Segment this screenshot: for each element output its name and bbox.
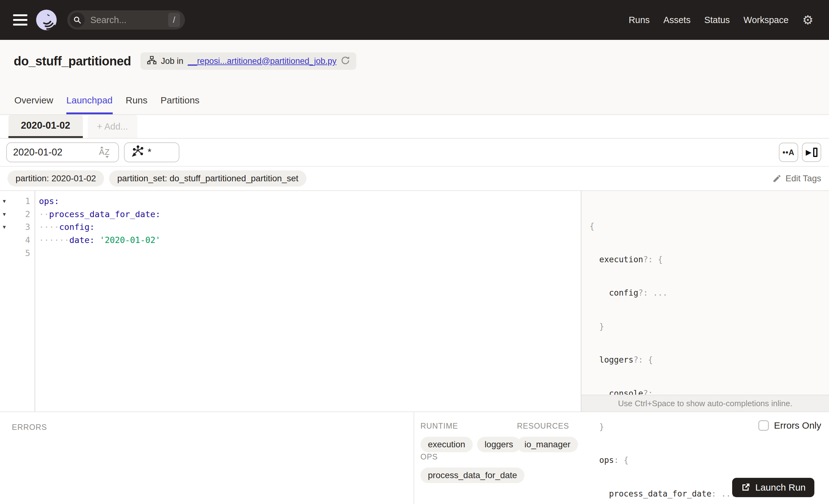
op-select-value: *	[148, 147, 151, 158]
tab-overview[interactable]: Overview	[14, 95, 53, 114]
svg-text:Z: Z	[105, 147, 110, 157]
launch-run-button[interactable]: Launch Run	[732, 478, 814, 497]
editor-view-buttons: ••A ▶	[779, 143, 821, 162]
edit-tags-label: Edit Tags	[785, 174, 821, 183]
add-config-tab-button[interactable]: + Add...	[88, 115, 137, 138]
settings-gear-icon[interactable]: ⚙	[802, 14, 814, 26]
nav-workspace[interactable]: Workspace	[744, 15, 789, 25]
dagster-launchpad-page: Search... / Runs Assets Status Workspace…	[0, 0, 829, 504]
chip-execution[interactable]: execution	[421, 437, 473, 452]
nav-status[interactable]: Status	[704, 15, 730, 25]
split-view-icon: ▶	[806, 148, 811, 157]
chip-io-manager[interactable]: io_manager	[517, 437, 578, 452]
resources-group: RESOURCES io_manager	[517, 422, 578, 452]
edit-tags-button[interactable]: Edit Tags	[772, 174, 821, 183]
errors-only-label: Errors Only	[774, 420, 821, 431]
search-icon	[70, 12, 85, 27]
errors-panel: ERRORS	[0, 412, 414, 504]
line-number: 4	[10, 235, 35, 245]
line-number: 5	[10, 248, 35, 258]
top-nav-links: Runs Assets Status Workspace ⚙	[629, 14, 829, 26]
tags-row: partition: 2020-01-02 partition_set: do_…	[0, 167, 829, 191]
config-schema-panel: { execution?: { config?: ... } loggers?:…	[581, 191, 829, 411]
job-repo-link[interactable]: __reposi...artitioned@partitioned_job.py	[188, 57, 337, 66]
job-graph-icon	[147, 56, 157, 67]
nav-runs[interactable]: Runs	[629, 15, 650, 25]
fold-arrow-icon[interactable]: ▾	[0, 211, 10, 218]
partition-select[interactable]: 2020-01-02 A Z	[6, 142, 119, 162]
job-tabs: Overview Launchpad Runs Partitions	[14, 95, 200, 114]
job-location-badge: Job in __reposi...artitioned@partitioned…	[140, 52, 357, 70]
partition-select-value: 2020-01-02	[13, 147, 63, 158]
fold-arrow-icon[interactable]: ▾	[0, 197, 10, 205]
line-number: 1	[10, 196, 35, 206]
top-navigation-bar: Search... / Runs Assets Status Workspace…	[0, 0, 829, 40]
config-editor[interactable]: ▾1 ▾2 ▾3 4 5 ops: ··process_data_for_dat…	[0, 191, 581, 411]
nav-assets[interactable]: Assets	[663, 15, 690, 25]
dagster-logo-icon[interactable]	[36, 10, 57, 30]
launch-run-label: Launch Run	[755, 482, 806, 493]
op-graph-icon	[131, 145, 144, 159]
config-summary-panel: RUNTIME execution loggers RESOURCES io_m…	[414, 412, 829, 504]
toggle-split-view-button[interactable]: ▶	[802, 143, 821, 162]
svg-text:A: A	[99, 147, 105, 157]
code-line	[39, 246, 581, 259]
code-line: ··process_data_for_date:	[39, 208, 581, 221]
search-input[interactable]: Search... /	[67, 10, 185, 30]
runtime-group: RUNTIME execution loggers	[421, 422, 517, 452]
pencil-icon	[772, 174, 782, 183]
code-line: ······date: '2020-01-02'	[39, 233, 581, 247]
line-number: 2	[10, 209, 35, 219]
split-view-rect	[813, 148, 818, 157]
op-subset-select[interactable]: *	[124, 142, 179, 162]
page-title: do_stuff_partitioned	[14, 54, 131, 68]
config-tabs-row: 2020-01-02 + Add...	[0, 115, 829, 139]
search-placeholder: Search...	[90, 15, 127, 25]
tab-launchpad[interactable]: Launchpad	[66, 95, 112, 114]
errors-only-checkbox[interactable]	[758, 420, 769, 431]
resources-label: RESOURCES	[517, 422, 578, 431]
editor-code-area[interactable]: ops: ··process_data_for_date: ····config…	[35, 195, 581, 259]
ops-label: OPS	[421, 452, 829, 461]
reload-icon[interactable]	[341, 56, 350, 66]
errors-only-toggle[interactable]: Errors Only	[758, 420, 821, 431]
sort-az-icon: A Z	[98, 145, 112, 160]
hamburger-menu-icon[interactable]	[13, 14, 27, 26]
config-tab-partition[interactable]: 2020-01-02	[8, 115, 83, 138]
tab-runs[interactable]: Runs	[126, 95, 148, 114]
fold-arrow-icon[interactable]: ▾	[0, 223, 10, 230]
code-line: ····config:	[39, 220, 581, 233]
tag-partition-set: partition_set: do_stuff_partitioned_part…	[109, 170, 307, 187]
runtime-label: RUNTIME	[421, 422, 517, 431]
autocomplete-hint: Use Ctrl+Space to show auto-completions …	[581, 395, 829, 411]
errors-label: ERRORS	[12, 423, 413, 432]
tag-partition: partition: 2020-01-02	[7, 170, 104, 187]
chip-process-data-for-date[interactable]: process_data_for_date	[421, 468, 525, 483]
job-badge-prefix: Job in	[161, 57, 183, 66]
line-number: 3	[10, 222, 35, 232]
toggle-whitespace-button[interactable]: ••A	[779, 143, 798, 162]
job-header: do_stuff_partitioned Job in __reposi...a…	[0, 40, 829, 115]
search-shortcut-badge: /	[168, 13, 180, 27]
chip-loggers[interactable]: loggers	[477, 437, 521, 452]
tab-partitions[interactable]: Partitions	[161, 95, 200, 114]
bottom-panel: ERRORS RUNTIME execution loggers RESOURC…	[0, 411, 829, 504]
whitespace-icon: ••A	[783, 148, 795, 157]
open-in-new-icon	[741, 483, 750, 492]
editor-gutter: ▾1 ▾2 ▾3 4 5	[0, 191, 35, 411]
selector-row: 2020-01-02 A Z	[0, 139, 829, 167]
code-line: ops:	[39, 195, 581, 208]
launchpad-main: ▾1 ▾2 ▾3 4 5 ops: ··process_data_for_dat…	[0, 191, 829, 411]
